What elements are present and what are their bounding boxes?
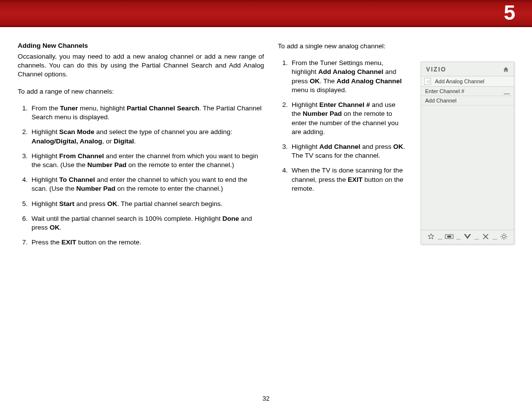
svg-line-8 xyxy=(505,238,506,239)
page-body: Adding New Channels Occasionally, you ma… xyxy=(0,27,532,253)
step-item: Press the EXIT button on the remote. xyxy=(30,238,264,247)
star-icon[interactable] xyxy=(425,233,437,240)
svg-rect-1 xyxy=(447,236,451,238)
svg-line-9 xyxy=(505,234,506,235)
t: menu, highlight xyxy=(78,104,127,112)
sub-intro: To add a range of new channels: xyxy=(18,87,264,96)
t: Add Analog Channel xyxy=(318,68,383,75)
t: Add Channel xyxy=(319,143,360,150)
t: and press xyxy=(74,200,107,207)
step-item: When the TV is done scanning for the cha… xyxy=(290,166,406,193)
back-icon[interactable]: ◁ xyxy=(424,78,431,85)
right-column: To add a single new analog channel: From… xyxy=(278,42,514,253)
osd-row-label: Add Channel xyxy=(425,98,457,103)
step-item: Highlight To Channel and enter the chann… xyxy=(30,175,264,193)
osd-body: Enter Channel # __ Add Channel xyxy=(421,87,514,230)
t: Tuner xyxy=(60,104,78,112)
brand-logo: VIZIO xyxy=(426,66,446,73)
steps-single: From the Tuner Settings menu, highlight … xyxy=(278,59,406,193)
t: Scan Mode xyxy=(59,128,94,136)
t: . The partial channel search begins. xyxy=(117,200,223,207)
t: button on the remote. xyxy=(76,239,141,246)
t: , or xyxy=(102,137,114,145)
t: Highlight xyxy=(32,176,59,183)
osd-header: VIZIO xyxy=(421,62,514,76)
t: and select the type of channel you are a… xyxy=(95,128,233,136)
t: Highlight xyxy=(292,143,319,150)
t: Highlight xyxy=(292,101,319,108)
t: Press the xyxy=(32,239,62,246)
t: From the xyxy=(32,104,60,112)
osd-title: Add Analog Channel xyxy=(435,78,484,84)
left-column: Adding New Channels Occasionally, you ma… xyxy=(18,42,264,253)
t: EXIT xyxy=(348,176,363,183)
widescreen-icon[interactable] xyxy=(443,234,455,240)
step-item: From the Tuner Settings menu, highlight … xyxy=(290,59,406,95)
osd-row-add-channel[interactable]: Add Channel xyxy=(421,96,514,105)
gear-icon[interactable] xyxy=(498,233,510,240)
t: . xyxy=(60,224,62,231)
t: OK xyxy=(107,200,117,207)
t: Digital xyxy=(114,137,134,145)
t: To Channel xyxy=(59,176,95,183)
t: . The xyxy=(320,77,336,85)
t: Partial Channel Search xyxy=(127,104,199,112)
intro-paragraph: Occasionally, you may need to add a new … xyxy=(18,52,264,79)
svg-point-2 xyxy=(502,235,505,238)
osd-row-label: Enter Channel # xyxy=(425,88,465,94)
t: . xyxy=(134,137,136,145)
home-icon[interactable] xyxy=(503,67,509,72)
v-icon[interactable] xyxy=(462,234,473,240)
step-item: Highlight Scan Mode and select the type … xyxy=(30,128,264,145)
step-item: Wait until the partial channel search is… xyxy=(30,214,264,232)
t: From Channel xyxy=(59,152,104,160)
t: Wait until the partial channel search is… xyxy=(32,215,222,222)
step-item: Highlight From Channel and enter the cha… xyxy=(30,152,264,170)
t: Highlight xyxy=(32,200,59,207)
t: Done xyxy=(222,215,239,222)
steps-range: From the Tuner menu, highlight Partial C… xyxy=(18,104,264,247)
t: Highlight xyxy=(32,128,59,136)
t: menu is displayed. xyxy=(292,86,347,94)
chapter-header: 5 xyxy=(0,0,532,27)
svg-line-7 xyxy=(501,234,502,235)
t: Add Analog Channel xyxy=(336,77,401,85)
t: EXIT xyxy=(62,239,76,246)
section-heading: Adding New Channels xyxy=(18,42,264,49)
t: Number Pad xyxy=(87,161,127,169)
osd-breadcrumb: ◁ Add Analog Channel xyxy=(421,76,514,87)
page-number: 32 xyxy=(0,395,532,402)
t: Start xyxy=(59,200,74,207)
osd-footer xyxy=(421,230,514,244)
step-item: Highlight Add Channel and press OK. The … xyxy=(290,142,406,160)
osd-row-value: __ xyxy=(504,88,510,94)
sub-intro-right: To add a single new analog channel: xyxy=(278,42,514,51)
t: on the remote to enter the channel.) xyxy=(115,185,223,192)
chapter-number: 5 xyxy=(504,1,515,25)
t: and press xyxy=(361,143,394,150)
t: OK xyxy=(50,224,60,231)
svg-line-10 xyxy=(501,238,502,239)
t: Number Pad xyxy=(303,110,342,117)
t: on the remote to enter the channel.) xyxy=(127,161,234,169)
t: OK xyxy=(310,77,320,85)
t: OK xyxy=(393,143,403,150)
close-icon[interactable] xyxy=(480,234,492,240)
step-item: Highlight Start and press OK. The partia… xyxy=(30,200,264,208)
t: Number Pad xyxy=(76,185,116,192)
step-item: Highlight Enter Channel # and use the Nu… xyxy=(290,101,406,137)
osd-row-enter-channel[interactable]: Enter Channel # __ xyxy=(421,87,514,96)
t: Highlight xyxy=(32,152,59,160)
step-item: From the Tuner menu, highlight Partial C… xyxy=(30,104,264,122)
osd-panel: VIZIO ◁ Add Analog Channel Enter Channel… xyxy=(421,62,514,244)
t: Enter Channel # xyxy=(319,101,370,108)
t: Analog/Digital, Analog xyxy=(32,137,102,145)
